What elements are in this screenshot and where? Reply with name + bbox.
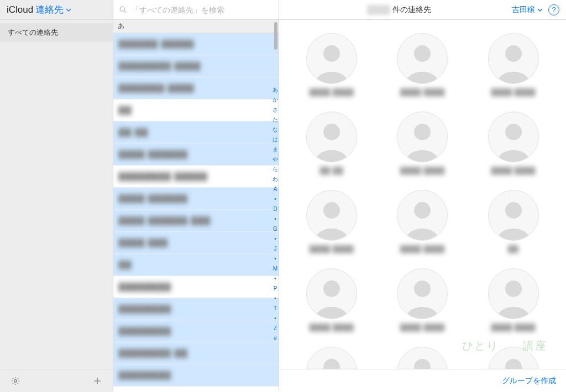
contact-row[interactable]: ██████ █████ <box>113 33 279 55</box>
contact-row[interactable]: ████ ██████ ███ <box>113 210 279 232</box>
index-letter[interactable]: A <box>274 186 277 193</box>
contact-name: ██ <box>119 261 132 269</box>
index-letter[interactable]: J <box>274 245 277 253</box>
contact-row[interactable]: ████████ ████ <box>113 55 279 77</box>
index-letter[interactable]: M <box>273 265 277 273</box>
avatar <box>488 112 539 162</box>
index-letter[interactable]: な <box>272 126 278 134</box>
avatar <box>306 268 357 319</box>
svg-point-15 <box>414 359 431 369</box>
index-letter[interactable]: Z <box>274 325 277 332</box>
svg-point-10 <box>505 202 522 219</box>
contact-card[interactable]: ████ ████ <box>296 33 368 96</box>
contact-list-panel: あ ██████ █████████████ ███████████ █████… <box>113 0 279 392</box>
index-letter[interactable]: は <box>272 136 278 144</box>
search-input[interactable] <box>132 6 273 14</box>
account-menu[interactable]: 吉田穣 <box>512 5 543 15</box>
index-letter[interactable]: あ <box>272 86 278 94</box>
scrollbar-thumb[interactable] <box>274 22 277 50</box>
chevron-down-icon <box>537 8 543 12</box>
contact-list[interactable]: あ ██████ █████████████ ███████████ █████… <box>113 20 279 392</box>
contact-card[interactable]: ██ ██ <box>296 112 368 174</box>
avatar <box>306 112 357 162</box>
card-name: ████ ████ <box>400 167 444 174</box>
avatar <box>306 190 357 241</box>
index-letter[interactable]: • <box>274 315 276 322</box>
index-letter[interactable]: • <box>274 295 276 303</box>
contact-card[interactable]: ████ ████ <box>386 268 458 331</box>
avatar <box>488 268 539 319</box>
index-letter[interactable]: G <box>273 225 277 233</box>
contact-name: ██ ██ <box>119 128 149 137</box>
contact-card[interactable]: ████ ████ <box>478 33 549 96</box>
contact-row[interactable]: ████ ██████ <box>113 144 279 166</box>
contact-card[interactable]: ████ ████ <box>296 268 368 331</box>
contact-card[interactable]: ██ <box>478 190 549 253</box>
contact-row[interactable]: ████████ <box>113 364 279 386</box>
svg-point-6 <box>414 124 431 140</box>
contact-card[interactable]: ████ ████ <box>478 112 549 174</box>
contact-row[interactable]: ████ ██████ <box>113 188 279 210</box>
contact-card[interactable]: ████ ████ <box>296 190 368 253</box>
index-letter[interactable]: や <box>272 156 278 163</box>
avatar <box>397 268 448 319</box>
create-group-button[interactable]: グループを作成 <box>502 376 556 386</box>
contact-name: ███████ ████ <box>119 84 195 93</box>
index-letter[interactable]: • <box>274 255 276 263</box>
card-name: ████ ████ <box>491 88 536 96</box>
contact-name: ██ <box>119 106 132 115</box>
contact-card[interactable]: ████ <box>478 347 549 369</box>
contact-row[interactable]: ██ ██ <box>113 121 279 144</box>
app-switcher[interactable]: 連絡先 <box>35 3 71 16</box>
add-button[interactable] <box>91 374 104 388</box>
index-letter[interactable]: • <box>274 215 276 223</box>
contact-name: ████████ █████ <box>119 172 208 181</box>
avatar <box>488 190 539 241</box>
contact-row[interactable]: ████████ <box>113 276 279 298</box>
contact-row[interactable]: ████████ █████ <box>113 166 279 188</box>
card-name: ████ ████ <box>400 324 444 331</box>
contact-row[interactable]: ██ <box>113 254 279 276</box>
index-letter[interactable]: わ <box>272 176 278 183</box>
index-letter[interactable]: か <box>272 96 278 104</box>
contact-row[interactable]: ████████ ██ <box>113 342 279 364</box>
index-letter[interactable]: • <box>274 195 276 203</box>
contact-card[interactable]: ████ ████ <box>386 33 458 96</box>
contact-card[interactable]: ████ <box>296 347 368 369</box>
index-letter[interactable]: た <box>272 116 278 124</box>
avatar <box>306 33 357 84</box>
svg-point-1 <box>120 7 124 11</box>
svg-point-3 <box>414 45 431 62</box>
contact-row[interactable]: ████ ███ <box>113 232 279 254</box>
contact-card[interactable]: ████ <box>386 347 458 369</box>
help-button[interactable]: ? <box>548 4 559 15</box>
index-letter[interactable]: ら <box>272 166 278 173</box>
index-letter[interactable]: • <box>274 275 276 283</box>
groups-sidebar: iCloud 連絡先 すべての連絡先 <box>0 0 113 392</box>
index-letter[interactable]: ま <box>272 146 278 153</box>
contact-card[interactable]: ████ ████ <box>386 112 458 174</box>
svg-point-8 <box>323 202 340 219</box>
index-letter[interactable]: # <box>274 335 277 342</box>
contact-name: ██████ █████ <box>119 40 195 49</box>
contact-row[interactable]: ████████ <box>113 320 279 342</box>
settings-button[interactable] <box>9 374 22 388</box>
contact-card[interactable]: ████ ████ <box>386 190 458 253</box>
contact-row[interactable]: ███████ ████ <box>113 77 279 99</box>
avatar <box>397 190 448 241</box>
svg-point-0 <box>14 379 17 382</box>
contact-name: ████ ██████ <box>119 150 188 159</box>
contact-row[interactable]: ██ <box>113 99 279 121</box>
contact-card[interactable]: ████ ████ <box>478 268 549 331</box>
index-letter[interactable]: D <box>273 205 277 213</box>
detail-panel: 件の連絡先 吉田穣 ? ████ ████████ ████████ █████… <box>279 0 566 392</box>
index-letter[interactable]: さ <box>272 106 278 114</box>
card-name: ████ ████ <box>491 167 536 174</box>
index-letter[interactable]: T <box>274 305 277 312</box>
avatar <box>397 112 448 162</box>
contact-row[interactable]: ████████ <box>113 298 279 320</box>
plus-icon <box>92 376 102 386</box>
index-letter[interactable]: P <box>274 285 277 293</box>
group-all-contacts[interactable]: すべての連絡先 <box>0 23 113 42</box>
index-letter[interactable]: • <box>274 235 276 243</box>
